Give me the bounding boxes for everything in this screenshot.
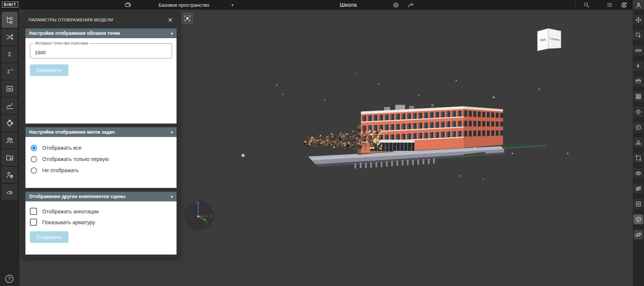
- share-button[interactable]: [405, 0, 416, 9]
- charts-button[interactable]: [2, 98, 18, 114]
- chevron-down-icon: ▾: [231, 3, 233, 7]
- plugins-button[interactable]: [2, 115, 18, 131]
- search-button[interactable]: [581, 0, 592, 9]
- cut-tool-button[interactable]: [634, 138, 643, 147]
- dashboard-button[interactable]: [2, 184, 18, 200]
- panel-title: ПАРАМЕТРЫ ОТОБРАЖЕНИЯ МОДЕЛИ: [28, 18, 113, 22]
- close-icon: ✕: [168, 17, 173, 23]
- isolate-button[interactable]: [634, 199, 643, 209]
- measure-tool-button[interactable]: [634, 46, 643, 55]
- space-button[interactable]: [123, 0, 133, 9]
- section-plane-button[interactable]: [634, 76, 643, 86]
- close-panel-button[interactable]: ✕: [166, 16, 174, 24]
- users-button[interactable]: [2, 133, 18, 148]
- grid-icon: [635, 93, 642, 100]
- save-point-cloud-settings-button[interactable]: Сохранить: [30, 64, 68, 76]
- list-icon: [606, 1, 613, 8]
- select-window-icon: [635, 32, 642, 39]
- model-title: Школа: [332, 0, 364, 10]
- 2d-mode-icon: 2D: [6, 85, 14, 93]
- gauge-icon: [6, 188, 14, 196]
- topbar: BiMiT Базовое пространство ▾ Школа: [0, 0, 644, 10]
- plan-mode-button[interactable]: P: [634, 122, 643, 132]
- orbit-icon: [635, 231, 642, 238]
- chevron-down-icon: ▾: [171, 195, 173, 199]
- hide-elements-button[interactable]: [634, 184, 643, 194]
- session-history-button[interactable]: [619, 0, 629, 9]
- section-header-point-clouds[interactable]: Настройки отображения облаков точек ▾: [25, 28, 177, 38]
- focus-frame-icon: [184, 15, 191, 22]
- radio-show-all[interactable]: Отображать все: [25, 142, 177, 153]
- section-title: Отображение других компонентов сцены: [29, 194, 125, 199]
- point-interval-field-wrap: Интервал точек при отрисовке: [30, 43, 172, 58]
- geo-position-button[interactable]: [2, 167, 18, 183]
- chevron-down-icon: ▾: [171, 31, 173, 36]
- users-icon: [6, 136, 14, 144]
- checkbox-show-annotations[interactable]: Отображать аннотации: [30, 206, 172, 217]
- panel-header: ПАРАМЕТРЫ ОТОБРАЖЕНИЯ МОДЕЛИ ✕: [22, 11, 180, 28]
- sum-add-button[interactable]: Σ +: [2, 64, 18, 79]
- section-title: Настройки отображения меток задач: [29, 130, 115, 135]
- divider: [576, 2, 576, 7]
- point-interval-label: Интервал точек при отрисовке: [34, 41, 90, 45]
- eye-off-icon: [635, 185, 642, 192]
- radio-label: Отображать все: [42, 145, 82, 151]
- structure-tree-button[interactable]: [2, 12, 18, 28]
- cube-view-button[interactable]: [634, 214, 643, 224]
- help-button[interactable]: ?: [5, 275, 13, 283]
- ruler-icon: [635, 47, 642, 54]
- bounding-box-button[interactable]: [634, 153, 643, 163]
- focus-model-button[interactable]: [182, 13, 193, 24]
- radio-label: Отображать только первую: [42, 156, 109, 162]
- radio-label: Не отображать: [42, 167, 79, 173]
- axis-gizmo[interactable]: Z Y X: [183, 198, 216, 233]
- quick-section-button[interactable]: [634, 61, 643, 71]
- focus-target-button[interactable]: [634, 107, 643, 117]
- connections-button[interactable]: [2, 29, 18, 45]
- section-body-point-clouds: Интервал точек при отрисовке Сохранить: [25, 38, 177, 124]
- mode-2d-button[interactable]: 2D: [2, 81, 18, 97]
- pan-icon: [635, 16, 642, 23]
- pan-tool-button[interactable]: [634, 15, 643, 25]
- bimit-app: BiMiT Базовое пространство ▾ Школа: [0, 0, 644, 286]
- save-other-components-button[interactable]: Сохранить: [30, 231, 68, 243]
- nav-cube[interactable]: Зад Справа: [536, 25, 562, 53]
- axis-x-label: X: [210, 214, 212, 218]
- checkbox-show-rebar[interactable]: Показывать арматуру: [30, 217, 172, 228]
- radio-show-first-only[interactable]: Отображать только первую: [25, 153, 177, 165]
- shared-folder-button[interactable]: [2, 150, 18, 165]
- svg-text:Σ: Σ: [8, 51, 11, 57]
- section-header-other-components[interactable]: Отображение других компонентов сцены ▾: [25, 192, 177, 201]
- svg-text:2D: 2D: [8, 87, 12, 91]
- select-tool-button[interactable]: [634, 30, 643, 40]
- lightning-icon: [635, 63, 642, 69]
- line-chart-icon: [6, 102, 14, 110]
- workspace-selector[interactable]: Базовое пространство ▾: [159, 0, 233, 10]
- radio-icon: [31, 167, 37, 174]
- settings-button[interactable]: [390, 0, 401, 9]
- sigma-icon: Σ: [6, 50, 14, 58]
- left-toolbar: Σ Σ + 2D: [0, 10, 19, 286]
- scissors-icon: [635, 139, 642, 146]
- person-pin-icon: [6, 171, 14, 179]
- sum-button[interactable]: Σ: [2, 46, 18, 62]
- model-display-settings-panel: ПАРАМЕТРЫ ОТОБРАЖЕНИЯ МОДЕЛИ ✕ Настройки…: [22, 11, 180, 258]
- menu-list-button[interactable]: [604, 0, 615, 9]
- section-body-task-marks: Отображать все Отображать только первую …: [25, 137, 177, 188]
- grid-button[interactable]: [634, 92, 643, 101]
- point-interval-input[interactable]: [30, 44, 172, 58]
- right-toolbar: P: [633, 10, 644, 286]
- show-elements-button[interactable]: [634, 168, 643, 178]
- profile-button[interactable]: [633, 0, 644, 10]
- folder-share-icon: [6, 153, 14, 162]
- checkbox-label: Показывать арматуру: [42, 219, 95, 225]
- share-arrow-icon: [407, 1, 414, 9]
- box-x-icon: [635, 201, 642, 207]
- section-header-task-marks[interactable]: Настройки отображения меток задач ▾: [25, 127, 177, 137]
- topbar-right-group: [570, 0, 644, 10]
- checkbox-icon: [30, 208, 37, 215]
- svg-text:P: P: [637, 126, 639, 129]
- orbit-button[interactable]: [634, 230, 643, 240]
- radio-show-none[interactable]: Не отображать: [25, 165, 177, 176]
- user-refresh-icon: [620, 1, 628, 9]
